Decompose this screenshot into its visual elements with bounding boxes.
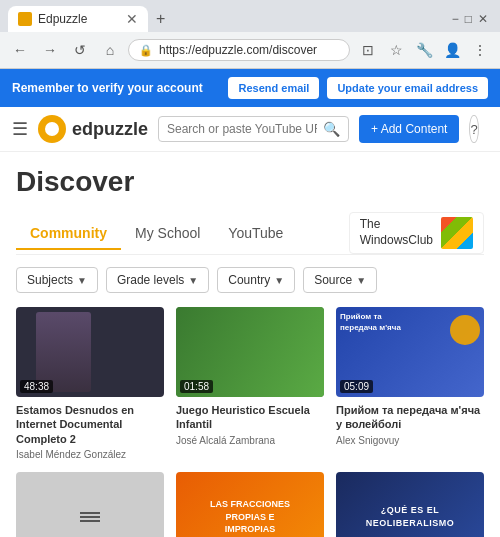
window-close-icon[interactable]: ✕ [478,12,488,26]
video-grid-row2: 05 - Conexion Via SSH a un Switch Creaci… [16,472,484,537]
source-chevron: ▼ [356,275,366,286]
window-restore-icon[interactable]: □ [465,12,472,26]
video-title-2: Juego Heuristico Escuela Infantil [176,403,324,432]
tab-bar: Edpuzzle ✕ + − □ ✕ [0,0,500,32]
page-title: Discover [16,166,484,198]
search-input[interactable] [167,122,317,136]
video-thumb-1: 48:38 [16,307,164,397]
video-thumb-5: Las FraccionesPropias eImpropias [176,472,324,537]
subjects-chevron: ▼ [77,275,87,286]
forward-button[interactable]: → [38,38,62,62]
bookmark-icon[interactable]: ☆ [384,38,408,62]
video-duration-2: 01:58 [180,380,213,393]
subjects-filter[interactable]: Subjects ▼ [16,267,98,293]
home-icon: ⌂ [106,42,114,58]
country-label: Country [228,273,270,287]
video-author-2: José Alcalá Zambrana [176,435,324,446]
video-thumb-3: Прийом тапередача м'яча 05:09 [336,307,484,397]
video-card-3[interactable]: Прийом тапередача м'яча 05:09 Прийом та … [336,307,484,460]
site-header: ☰ edpuzzle 🔍 + Add Content ? [0,107,500,152]
subjects-label: Subjects [27,273,73,287]
logo-icon [38,115,66,143]
help-icon: ? [470,122,477,137]
video-card-6[interactable]: ¿qué es elNEOLIBERALISMO Neoliberalismo [336,472,484,537]
grade-levels-chevron: ▼ [188,275,198,286]
back-icon: ← [13,42,27,58]
video-thumb-6: ¿qué es elNEOLIBERALISMO [336,472,484,537]
logo-icon-inner [45,122,59,136]
video-card-4[interactable]: 05 - Conexion Via SSH a un Switch Creaci… [16,472,164,537]
country-chevron: ▼ [274,275,284,286]
resend-email-button[interactable]: Resend email [228,77,319,99]
forward-icon: → [43,42,57,58]
tab-title: Edpuzzle [38,12,120,26]
windows-club-icon [441,217,473,249]
browser-chrome: Edpuzzle ✕ + − □ ✕ ← → ↺ ⌂ 🔒 https://edp… [0,0,500,69]
grade-levels-filter[interactable]: Grade levels ▼ [106,267,209,293]
back-button[interactable]: ← [8,38,32,62]
logo-text: edpuzzle [72,119,148,140]
new-tab-icon: + [156,10,165,27]
extensions-icon[interactable]: 🔧 [412,38,436,62]
network-icon [80,512,100,522]
notification-buttons: Resend email Update your email address [228,77,488,99]
search-icon: 🔍 [323,121,340,137]
window-minimize-icon[interactable]: − [452,12,459,26]
video-duration-3: 05:09 [340,380,373,393]
hamburger-icon: ☰ [12,119,28,139]
new-tab-button[interactable]: + [152,6,169,32]
video-card-1[interactable]: 48:38 Estamos Desnudos en Internet Docum… [16,307,164,460]
video-title-1: Estamos Desnudos en Internet Documental … [16,403,164,446]
main-content: Discover Community My School YouTube The… [0,152,500,537]
windows-club-text: TheWindowsClub [360,217,433,248]
active-tab[interactable]: Edpuzzle ✕ [8,6,148,32]
logo-link[interactable]: edpuzzle [38,115,148,143]
search-bar[interactable]: 🔍 [158,116,349,142]
thumb-text-5: Las FraccionesPropias eImpropias [210,498,290,536]
account-icon[interactable]: 👤 [440,38,464,62]
video-duration-1: 48:38 [20,380,53,393]
add-content-button[interactable]: + Add Content [359,115,459,143]
browser-icons: ⊡ ☆ 🔧 👤 ⋮ [356,38,492,62]
windows-club-banner[interactable]: TheWindowsClub [349,212,484,254]
tab-youtube[interactable]: YouTube [214,217,297,249]
thumb-text-6: ¿qué es elNEOLIBERALISMO [366,504,455,529]
address-bar[interactable]: 🔒 https://edpuzzle.com/discover [128,39,350,61]
source-filter[interactable]: Source ▼ [303,267,377,293]
home-button[interactable]: ⌂ [98,38,122,62]
reload-icon: ↺ [74,42,86,58]
notification-bar: Remember to verify your account Resend e… [0,69,500,107]
notification-text: Remember to verify your account [12,81,203,95]
video-grid: 48:38 Estamos Desnudos en Internet Docum… [16,307,484,460]
grade-levels-label: Grade levels [117,273,184,287]
video-title-3: Прийом та передача м'яча у волейболі [336,403,484,432]
video-card-2[interactable]: 01:58 Juego Heuristico Escuela Infantil … [176,307,324,460]
video-thumb-4 [16,472,164,537]
filters-row: Subjects ▼ Grade levels ▼ Country ▼ Sour… [16,267,484,293]
tab-my-school[interactable]: My School [121,217,214,249]
lock-icon: 🔒 [139,44,153,57]
video-card-5[interactable]: Las FraccionesPropias eImpropias Las Fra… [176,472,324,537]
video-thumb-2: 01:58 [176,307,324,397]
tab-favicon [18,12,32,26]
browser-controls: ← → ↺ ⌂ 🔒 https://edpuzzle.com/discover … [0,32,500,68]
video-author-3: Alex Snigovuy [336,435,484,446]
hamburger-button[interactable]: ☰ [12,118,28,140]
reload-button[interactable]: ↺ [68,38,92,62]
ball-icon [450,315,480,345]
tab-community[interactable]: Community [16,217,121,249]
country-filter[interactable]: Country ▼ [217,267,295,293]
help-button[interactable]: ? [469,115,478,143]
video-author-1: Isabel Méndez González [16,449,164,460]
source-label: Source [314,273,352,287]
update-email-button[interactable]: Update your email address [327,77,488,99]
tabs-row: Community My School YouTube TheWindowsCl… [16,212,484,255]
address-text: https://edpuzzle.com/discover [159,43,339,57]
tab-close-button[interactable]: ✕ [126,11,138,27]
settings-icon[interactable]: ⋮ [468,38,492,62]
cast-icon[interactable]: ⊡ [356,38,380,62]
